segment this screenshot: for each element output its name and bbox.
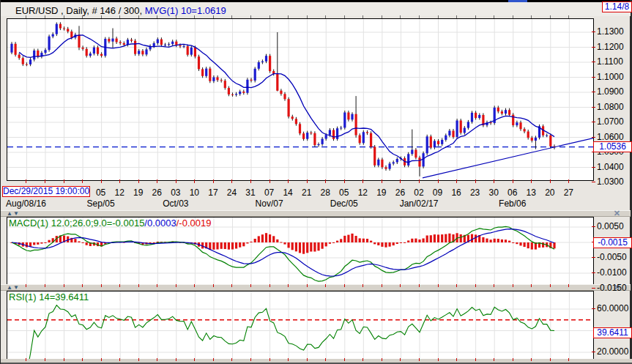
main-bottom-tick <box>475 179 476 183</box>
rsi-bottom-tick <box>382 358 382 361</box>
main-top-tick <box>250 15 251 18</box>
rsi-value-badge: 39.6411 <box>593 327 632 338</box>
panel-collapse-arrows-icon[interactable]: ▲▼ <box>7 285 20 291</box>
rsi-bottom-tick <box>363 358 363 361</box>
macd-bottom-tick <box>213 284 214 287</box>
x-axis-day-label: 16 <box>447 187 465 198</box>
rsi-bottom-tick <box>288 358 289 361</box>
rsi-bottom-tick <box>250 358 251 361</box>
macd-axis-label: -0.0150 <box>597 283 627 293</box>
price-axis-label: 1.1100 <box>597 56 623 67</box>
rsi-bottom-tick <box>26 358 26 361</box>
panel-splitter-macd[interactable]: ▲▼ ✕ <box>1 210 631 217</box>
price-axis-tick <box>592 47 595 48</box>
macd-bottom-tick <box>400 284 401 287</box>
main-top-tick <box>26 15 26 18</box>
main-top-tick <box>382 15 382 18</box>
rsi-plot <box>7 291 593 359</box>
main-top-tick <box>494 15 494 18</box>
rsi-bottom-tick <box>119 358 120 361</box>
price-axis-label: 1.0800 <box>597 102 624 112</box>
rsi-bottom-tick <box>176 358 176 361</box>
main-top-tick <box>64 15 64 18</box>
price-axis-label: 1.0700 <box>597 116 624 127</box>
x-axis-month-label: Sep/05 <box>72 198 130 209</box>
macd-bottom-tick <box>26 284 26 287</box>
macd-bottom-tick <box>363 284 363 287</box>
rsi-bottom-tick <box>344 358 345 361</box>
macd-bottom-tick <box>531 284 532 287</box>
main-top-tick <box>550 15 551 18</box>
x-axis-day-label: 05 <box>92 187 110 198</box>
price-axis-tick <box>592 182 595 182</box>
macd-bottom-tick <box>438 284 439 287</box>
rsi-bottom-tick <box>438 358 439 361</box>
main-top-tick <box>531 15 532 18</box>
x-axis-day-label: 31 <box>242 187 259 198</box>
main-bottom-tick <box>494 179 494 183</box>
candlestick-plot <box>7 19 593 180</box>
window-bottom-edge <box>1 359 632 364</box>
main-bottom-tick <box>26 179 26 183</box>
main-bottom-tick <box>438 179 439 183</box>
main-bottom-tick <box>45 179 45 183</box>
price-axis-label: 1.1300 <box>597 26 624 37</box>
main-top-tick <box>82 15 83 18</box>
x-axis-day-label: 26 <box>391 187 409 198</box>
panel-splitter-rsi[interactable]: ▲▼ ✕ <box>1 284 631 291</box>
x-axis-month-label: Aug/08/16 <box>0 198 55 209</box>
price-axis-label: 1.0400 <box>597 162 624 172</box>
main-bottom-tick <box>138 179 139 183</box>
main-bottom-tick <box>363 179 363 183</box>
price-axis-tick <box>592 92 595 92</box>
main-top-tick <box>513 15 513 18</box>
x-axis-day-label: 09 <box>429 187 447 198</box>
macd-bottom-tick <box>344 284 345 287</box>
x-axis-day-label: 03 <box>167 187 185 198</box>
price-axis-tick <box>592 122 595 122</box>
rsi-bottom-tick <box>82 358 83 361</box>
rsi-bottom-tick <box>400 358 401 361</box>
rsi-bottom-tick <box>419 358 420 361</box>
rsi-bottom-tick <box>231 358 232 361</box>
rsi-header: RSI(1) 14=39.6411 <box>9 291 89 302</box>
macd-bottom-tick <box>231 284 232 287</box>
rsi-panel[interactable] <box>7 291 594 360</box>
rsi-bottom-tick <box>325 358 326 361</box>
macd-axis-label: 0.0050 <box>597 221 624 231</box>
quote-badge: 1.14/8 <box>602 1 632 12</box>
main-bottom-tick <box>250 179 251 183</box>
macd-value-badge: -0.0015 <box>593 237 632 248</box>
macd-header: MACD(1) 12.0;26.0;9.0=-0.0015/0.0003/-0.… <box>9 218 211 229</box>
price-axis-label: 1.1000 <box>597 72 624 82</box>
x-axis-day-label: 28 <box>316 187 334 198</box>
main-top-tick <box>475 15 476 18</box>
rsi-bottom-tick <box>550 358 551 361</box>
x-axis-month-label: Oct/03 <box>146 198 205 209</box>
x-axis-month-label: Feb/06 <box>483 198 542 209</box>
price-axis-tick <box>592 62 595 62</box>
price-axis-label: 1.0900 <box>597 86 624 97</box>
rsi-axis-label: 60.0000 <box>597 303 628 313</box>
main-top-tick <box>269 15 270 18</box>
main-bottom-tick <box>288 179 289 183</box>
rsi-bottom-tick <box>513 358 513 361</box>
x-axis-day-label: 21 <box>298 187 316 198</box>
macd-bottom-tick <box>176 284 176 287</box>
panel-collapse-arrows-icon[interactable]: ▲▼ <box>7 211 20 217</box>
main-top-tick <box>344 15 345 18</box>
main-top-tick <box>438 15 439 18</box>
price-axis-tick <box>592 167 595 168</box>
macd-axis-tick <box>592 226 595 227</box>
x-axis-day-label: 13 <box>522 187 540 198</box>
symbol-title: EUR/USD , Daily, # 146 / 300, <box>15 5 142 16</box>
main-bottom-tick <box>382 179 382 183</box>
price-axis-tick <box>592 31 595 32</box>
chart-window: EUR/USD , Daily, # 146 / 300, MVG(1) 10=… <box>0 0 632 364</box>
macd-axis-label: -0.0100 <box>597 267 627 278</box>
panel-close-icon[interactable]: ✕ <box>614 209 620 218</box>
current-price-badge: 1.0536 <box>593 141 632 152</box>
macd-bottom-tick <box>494 284 494 287</box>
macd-signal-readout: /0.0003 <box>144 218 176 229</box>
main-price-chart[interactable] <box>7 18 594 181</box>
